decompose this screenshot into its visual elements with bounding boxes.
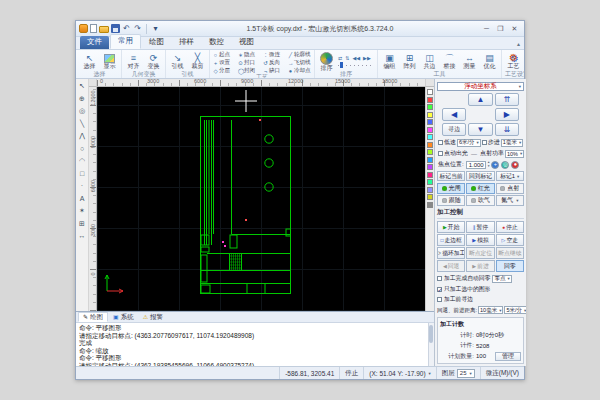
pause-button[interactable]: ∥暂停 <box>466 221 494 233</box>
log-tab-1[interactable]: ▣系统 <box>109 312 138 322</box>
layer-color-button[interactable] <box>427 202 433 208</box>
log-tab-0[interactable]: ✎绘图 <box>78 312 108 322</box>
measure-tool[interactable]: ↔ <box>77 231 87 240</box>
mark-button-0[interactable]: 标记当前 <box>437 171 465 181</box>
layer-color-button[interactable] <box>427 97 433 103</box>
craft-item[interactable]: ∗隐点 <box>238 51 261 58</box>
undo-icon[interactable]: ↶ <box>122 24 131 33</box>
app-icon[interactable] <box>79 24 88 33</box>
open-folder-icon[interactable] <box>99 26 109 33</box>
log-tab-2[interactable]: ⚠报警 <box>139 312 167 322</box>
follow-toggle[interactable]: 跟随 <box>437 195 465 206</box>
craft-item[interactable]: ⊙封口 <box>238 59 261 66</box>
focus-plus-button[interactable]: + <box>491 161 499 169</box>
option-combo[interactable]: 零点▾ <box>492 275 511 283</box>
array-tool[interactable]: ⊞ <box>77 219 87 228</box>
sort-slider[interactable] <box>338 63 374 67</box>
scrollbar-thumb[interactable] <box>429 325 433 343</box>
array-tool-button[interactable]: ⊞阵列 <box>401 53 418 69</box>
common-edge-tool-button[interactable]: ◫共边 <box>421 53 438 69</box>
layer-color-button[interactable] <box>427 187 433 193</box>
breakpoint-locate-button[interactable]: 断点定位 <box>466 247 494 259</box>
craft-item[interactable]: ◇分层 <box>213 67 236 74</box>
manage-button[interactable]: 管理 <box>495 352 521 361</box>
craft-item[interactable]: ¬缺口 <box>263 67 286 74</box>
redo-icon[interactable]: ↷ <box>133 24 142 33</box>
layer-color-button[interactable] <box>427 194 433 200</box>
craft-item[interactable]: ╱轮廓线 <box>288 51 311 58</box>
line-tool[interactable]: ╲ <box>77 119 87 128</box>
optimize-tool-button[interactable]: ▤优化 <box>481 53 498 69</box>
ribbon-tab-4[interactable]: 数控 <box>202 36 231 49</box>
log-scrollbar[interactable] <box>428 323 434 366</box>
burst-toggle[interactable]: 点射 <box>496 183 524 194</box>
stop-button[interactable]: ●停止 <box>496 221 524 233</box>
red-light-toggle[interactable]: 红光 <box>466 183 494 194</box>
shutter-toggle[interactable]: 光闸 <box>437 183 465 194</box>
slow-speed-checkbox[interactable] <box>438 140 443 145</box>
jog-up-button[interactable]: ▲ <box>468 93 492 106</box>
ribbon-tab-3[interactable]: 排样 <box>172 36 201 49</box>
layer-color-button[interactable] <box>427 164 433 170</box>
breakpoint-resume-button[interactable]: 断点继续 <box>496 247 524 259</box>
star-tool[interactable]: ✶ <box>77 206 87 215</box>
sort-mini-icon[interactable]: ▶▶ <box>363 55 371 61</box>
new-file-icon[interactable] <box>90 24 97 33</box>
option-row-1[interactable]: 只加工选中的图形 <box>437 285 524 294</box>
layer-color-button[interactable] <box>427 104 433 110</box>
checkbox[interactable] <box>437 287 442 292</box>
forward-button[interactable]: ▶前进 <box>466 260 494 272</box>
collapse-ribbon-icon[interactable]: ▴ <box>517 40 520 49</box>
backward-button[interactable]: ◀回退 <box>437 260 465 272</box>
polyline-tool[interactable]: ⋀ <box>77 131 87 140</box>
distance-select[interactable]: 10毫米▾ <box>478 306 503 314</box>
jog-laser-checkbox[interactable] <box>438 151 443 156</box>
option-row-2[interactable]: 加工前寻边 <box>437 295 524 304</box>
measure-tool-button[interactable]: ↔测量 <box>461 53 478 69</box>
coordinate-system-select[interactable]: 浮动坐标系 ▾ <box>437 82 524 91</box>
craft-item[interactable]: ↺反向 <box>263 59 286 66</box>
loop-button[interactable]: ⟳循环加工 <box>437 247 465 259</box>
sort-mini-icon[interactable]: ◀◀ <box>352 55 360 61</box>
layer-color-button[interactable] <box>427 179 433 185</box>
simulate-button[interactable]: ▶模拟 <box>466 234 494 246</box>
craft-item[interactable]: ◯封闭 <box>238 67 261 74</box>
craft-item[interactable]: ○起点 <box>213 51 236 58</box>
node-tool[interactable]: ◎ <box>77 106 87 115</box>
layer-color-button[interactable] <box>427 127 433 133</box>
checkbox[interactable] <box>437 297 442 302</box>
sort-tool-button[interactable]: 排序 <box>318 52 335 71</box>
z-down-button[interactable]: ⇊ <box>495 123 519 136</box>
checkbox[interactable] <box>437 276 442 281</box>
rect-tool[interactable]: □ <box>77 169 87 178</box>
layer-color-button[interactable] <box>427 157 433 163</box>
option-row-0[interactable]: 加工完成自动回零零点▾ <box>437 274 524 283</box>
layer-select[interactable]: 25▾ <box>457 369 475 378</box>
dry-run-button[interactable]: ▷空走 <box>496 234 524 246</box>
step-checkbox[interactable] <box>482 140 487 145</box>
cad-canvas[interactable] <box>97 87 425 311</box>
z-up-button[interactable]: ⇈ <box>495 93 519 106</box>
return-zero-button[interactable]: 回零 <box>496 260 524 272</box>
sort-mini-icon[interactable]: ⇄ <box>338 55 342 61</box>
select-tool[interactable]: ↖ <box>77 81 87 90</box>
ribbon-tab-0[interactable]: 文件 <box>80 36 109 49</box>
craft-item[interactable]: +设置 <box>213 59 236 66</box>
close-button[interactable]: ✕ <box>508 23 521 34</box>
craft-item[interactable]: ⁚微连 <box>263 51 286 58</box>
layer-color-button[interactable] <box>427 134 433 140</box>
edge-find-tool[interactable]: ⊕ <box>77 94 87 103</box>
layer-color-button[interactable] <box>427 172 433 178</box>
layer-color-button[interactable] <box>427 89 433 95</box>
sort-mini-icon[interactable]: ⇅ <box>345 55 349 61</box>
frame-button[interactable]: □走边框 <box>437 234 465 246</box>
slider-thumb[interactable] <box>340 62 343 68</box>
slow-speed-select[interactable]: 6米/分▾ <box>457 139 481 147</box>
craft-item[interactable]: ●冷却点 <box>288 67 311 74</box>
minimize-button[interactable]: ─ <box>480 23 493 34</box>
transform-tool-button[interactable]: ⟳ 变换 <box>145 53 162 69</box>
speed-select[interactable]: 5米/分▾ <box>504 306 526 314</box>
ribbon-tab-1[interactable]: 常用 <box>110 34 141 49</box>
select-tool-button[interactable]: ↖ 选择 <box>81 53 98 69</box>
save-icon[interactable] <box>111 24 120 33</box>
